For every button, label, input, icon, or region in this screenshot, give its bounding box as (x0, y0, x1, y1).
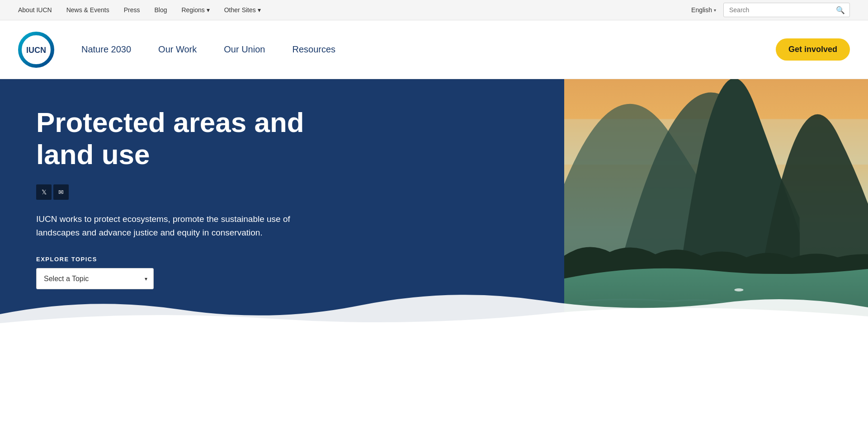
search-icon: 🔍 (836, 6, 845, 14)
nav-links: Nature 2030 Our Work Our Union Resources (81, 44, 776, 55)
regions-chevron-icon: ▾ (207, 6, 210, 14)
twitter-icon: 𝕏 (42, 188, 47, 196)
logo-area: IUCN (18, 32, 54, 68)
hero-wave-svg (0, 287, 868, 341)
topbar-blog[interactable]: Blog (154, 6, 167, 14)
topic-select-wrapper: Select a Topic Protected Areas Land Use … (36, 268, 154, 289)
language-selector[interactable]: English ▾ (691, 6, 716, 14)
svg-text:IUCN: IUCN (26, 46, 46, 55)
topic-select[interactable]: Select a Topic Protected Areas Land Use … (36, 268, 154, 289)
nav-our-work[interactable]: Our Work (158, 44, 197, 55)
search-input[interactable] (724, 6, 831, 14)
topbar-other-sites[interactable]: Other Sites ▾ (224, 6, 261, 14)
topbar-about[interactable]: About IUCN (18, 6, 52, 14)
top-bar: About IUCN News & Events Press Blog Regi… (0, 0, 868, 20)
other-sites-chevron-icon: ▾ (258, 6, 261, 14)
nav-resources[interactable]: Resources (292, 44, 335, 55)
topbar-news[interactable]: News & Events (66, 6, 109, 14)
nav-our-union[interactable]: Our Union (224, 44, 265, 55)
search-bar: 🔍 (723, 3, 850, 17)
get-involved-button[interactable]: Get involved (776, 38, 850, 61)
main-nav: IUCN Nature 2030 Our Work Our Union Reso… (0, 20, 868, 79)
hero-description: IUCN works to protect ecosystems, promot… (36, 212, 298, 240)
hero-title: Protected areas and land use (36, 106, 307, 171)
topbar-regions[interactable]: Regions ▾ (181, 6, 209, 14)
hero-section: Protected areas and land use 𝕏 ✉ IUCN wo… (0, 79, 868, 341)
iucn-logo[interactable]: IUCN (18, 32, 54, 68)
social-share: 𝕏 ✉ (36, 184, 528, 200)
topbar-press[interactable]: Press (124, 6, 140, 14)
explore-topics-label: EXPLORE TOPICS (36, 256, 528, 263)
email-icon: ✉ (58, 188, 64, 196)
language-chevron-icon: ▾ (714, 8, 716, 13)
nav-nature2030[interactable]: Nature 2030 (81, 44, 131, 55)
search-button[interactable]: 🔍 (831, 6, 849, 14)
twitter-share-button[interactable]: 𝕏 (36, 184, 52, 200)
top-bar-right: English ▾ 🔍 (691, 3, 850, 17)
top-bar-links: About IUCN News & Events Press Blog Regi… (18, 6, 261, 14)
email-share-button[interactable]: ✉ (53, 184, 69, 200)
language-label: English (691, 6, 712, 14)
